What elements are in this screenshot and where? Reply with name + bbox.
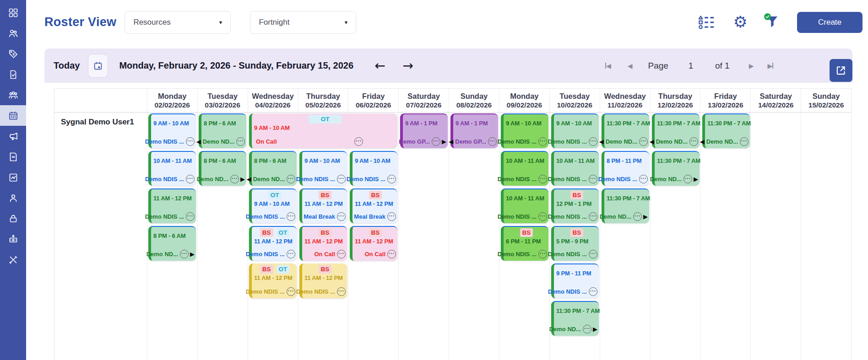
display-options-icon[interactable] [698, 15, 715, 29]
shift-card[interactable]: BSOT11 AM - 12 PMDemo NDIS ...··· [249, 226, 297, 261]
card-menu-icon[interactable]: ··· [538, 212, 547, 221]
shift-card[interactable]: 11:30 PM - 7 AM◀Demo ND...··· [652, 113, 700, 148]
shift-card[interactable]: 9 AM - 10 AMDemo NDIS ...··· [551, 113, 599, 148]
sidebar-item-users[interactable] [0, 23, 26, 43]
card-menu-icon[interactable]: ··· [337, 212, 346, 221]
next-period-arrow[interactable]: → [403, 59, 413, 72]
card-menu-icon[interactable]: ··· [583, 325, 591, 333]
resource-filter-dropdown[interactable]: Resources ▼ [125, 11, 231, 34]
shift-card[interactable]: 9 AM - 1 PM◀Demo GP...··· [450, 113, 498, 148]
sidebar-item-payroll[interactable] [0, 229, 26, 249]
shift-card[interactable]: 11 AM - 12 PMDemo NDIS ...··· [148, 188, 196, 223]
sidebar-item-tools[interactable] [0, 249, 26, 270]
shift-card[interactable]: 10 AM - 11 AMDemo NDIS ...··· [501, 188, 548, 223]
sidebar-item-dashboard[interactable] [0, 2, 26, 23]
card-menu-icon[interactable]: ··· [488, 137, 497, 146]
sidebar-item-pricing[interactable]: $ [0, 43, 26, 64]
card-menu-icon[interactable]: ··· [589, 137, 597, 146]
next-page-button[interactable]: ▶ [749, 62, 754, 70]
card-menu-icon[interactable]: ··· [633, 212, 642, 221]
card-menu-icon[interactable]: ··· [186, 137, 195, 146]
sidebar-item-security[interactable] [0, 208, 26, 229]
card-menu-icon[interactable]: ··· [230, 175, 239, 183]
shift-card[interactable]: BSOT11 AM - 12 PMDemo NDIS ...··· [249, 263, 297, 298]
card-menu-icon[interactable]: ··· [538, 137, 547, 146]
card-menu-icon[interactable]: ··· [180, 250, 189, 258]
card-menu-icon[interactable]: ··· [287, 175, 295, 183]
filter-icon[interactable] [766, 16, 779, 29]
expand-button[interactable] [830, 59, 852, 82]
sidebar-item-announcements[interactable] [0, 126, 26, 146]
card-menu-icon[interactable]: ··· [639, 137, 648, 146]
shift-card[interactable]: 11:30 PM - 7 AMDemo ND...···▶ [652, 151, 700, 186]
card-menu-icon[interactable]: ··· [287, 250, 295, 258]
first-page-button[interactable]: ◀ [605, 62, 611, 70]
shift-card[interactable]: 9 AM - 10 AMDemo NDIS ...··· [148, 113, 196, 148]
sidebar-item-documents[interactable] [0, 64, 26, 85]
shift-card[interactable]: 11:30 PM - 7 AM◀Demo ND...··· [602, 113, 649, 148]
card-menu-icon[interactable]: ··· [337, 287, 346, 296]
shift-card[interactable]: 8 PM - 6 AMDemo ND...···▶ [148, 226, 196, 261]
shift-card[interactable]: 8 PM - 6 AM◀Demo ND...··· [199, 113, 246, 148]
shift-card[interactable]: BS11 AM - 12 PMMeal Break··· [299, 188, 347, 223]
sidebar-item-notes[interactable] [0, 146, 26, 167]
card-menu-icon[interactable]: ··· [538, 250, 547, 258]
prev-page-button[interactable]: ◀ [628, 62, 633, 70]
card-menu-icon[interactable]: ··· [639, 175, 648, 183]
shift-card[interactable]: 9 AM - 1 PMDemo GP...···▶ [400, 113, 448, 148]
sidebar-item-reports[interactable] [0, 167, 26, 188]
shift-card[interactable]: 8 PM - 11 PMDemo NDIS ...··· [602, 151, 649, 186]
last-page-button[interactable]: ▶ [767, 62, 773, 70]
card-menu-icon[interactable]: ··· [589, 175, 597, 183]
shift-card[interactable]: 9 AM - 10 AMDemo NDIS ...··· [501, 113, 548, 148]
card-menu-icon[interactable]: ··· [387, 175, 396, 183]
card-menu-icon[interactable]: ··· [287, 287, 295, 296]
card-menu-icon[interactable]: ··· [387, 250, 396, 258]
card-menu-icon[interactable]: ··· [589, 212, 597, 221]
card-menu-icon[interactable]: ··· [684, 175, 692, 183]
card-menu-icon[interactable]: ··· [387, 212, 396, 221]
shift-card[interactable]: BS11 AM - 12 PMDemo NDIS ...··· [299, 263, 347, 298]
card-menu-icon[interactable]: ··· [186, 212, 195, 221]
card-menu-icon[interactable]: ··· [337, 175, 346, 183]
shift-card[interactable]: OT9 AM - 10 AMOn Call··· [249, 113, 397, 148]
shift-card[interactable]: 9 AM - 10 AMDemo NDIS ...··· [299, 151, 347, 186]
shift-card[interactable]: 9 PM - 11 PMDemo NDIS ...··· [551, 263, 599, 298]
shift-card[interactable]: BS12 PM - 1 PMDemo NDIS ...··· [551, 188, 599, 223]
shift-card[interactable]: 10 AM - 11 AMDemo NDIS ...··· [501, 151, 548, 186]
card-menu-icon[interactable]: ··· [236, 137, 245, 146]
shift-card[interactable]: 8 PM - 6 AM◀Demo ND...··· [249, 151, 297, 186]
card-menu-icon[interactable]: ··· [354, 137, 363, 146]
today-button[interactable]: Today [54, 60, 80, 71]
shift-card[interactable]: 11:30 PM - 7 AM◀Demo ND...··· [702, 113, 750, 148]
create-button[interactable]: Create [797, 12, 863, 33]
sidebar-item-roster[interactable] [0, 105, 26, 126]
period-filter-dropdown[interactable]: Fortnight ▼ [250, 11, 356, 34]
shift-card[interactable]: BS11 AM - 12 PMOn Call··· [299, 226, 347, 261]
card-menu-icon[interactable]: ··· [186, 175, 195, 183]
shift-card[interactable]: BS5 PM - 9 PMDemo NDIS ...··· [551, 226, 599, 261]
sidebar-item-profile[interactable] [0, 188, 26, 208]
shift-card[interactable]: 11:30 PM - 7 AMDemo ND...···▶ [551, 301, 599, 336]
settings-icon[interactable]: ⚙ [733, 14, 748, 30]
shift-card[interactable]: 11:30 PM - 7 AMDemo ND...···▶ [602, 188, 649, 223]
sidebar-item-teams[interactable] [0, 85, 26, 105]
shift-card[interactable]: BS11 AM - 12 PMMeal Break··· [350, 188, 397, 223]
card-menu-icon[interactable]: ··· [287, 212, 295, 221]
date-picker-button[interactable] [88, 54, 108, 78]
card-menu-icon[interactable]: ··· [538, 175, 547, 183]
card-menu-icon[interactable]: ··· [740, 137, 749, 146]
shift-card[interactable]: 10 AM - 11 AMDemo NDIS ...··· [551, 151, 599, 186]
shift-card[interactable]: 8 PM - 6 AMDemo ND...···▶ [199, 151, 246, 186]
prev-period-arrow[interactable]: ← [374, 59, 385, 72]
shift-card[interactable]: 10 AM - 11 AMDemo NDIS ...··· [148, 151, 196, 186]
card-menu-icon[interactable]: ··· [589, 287, 597, 296]
card-menu-icon[interactable]: ··· [337, 250, 346, 258]
page-number-input[interactable]: 1 [688, 61, 694, 71]
shift-card[interactable]: BS6 PM - 11 PMDemo NDIS ...··· [501, 226, 548, 261]
shift-card[interactable]: 9 AM - 10 AMDemo NDIS ...··· [350, 151, 397, 186]
shift-card[interactable]: BS11 AM - 12 PMOn Call··· [350, 226, 397, 261]
card-menu-icon[interactable]: ··· [589, 250, 597, 258]
shift-card[interactable]: OT9 AM - 10 AMDemo NDIS ...··· [249, 188, 297, 223]
card-menu-icon[interactable]: ··· [432, 137, 440, 146]
